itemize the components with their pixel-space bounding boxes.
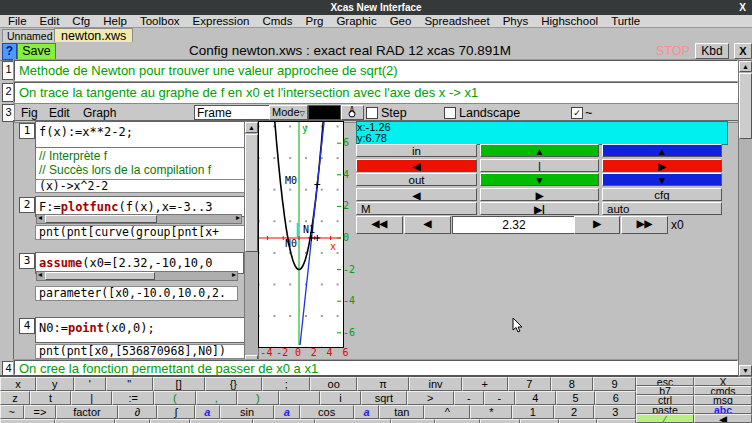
entry3-hscrollbar[interactable]: ◂ ▸ (36, 271, 238, 281)
menu-prg[interactable]: Prg (305, 15, 323, 27)
key-oo[interactable]: oo (310, 377, 357, 391)
key-.[interactable]: . (559, 419, 597, 423)
stop-button[interactable]: STOP (655, 43, 691, 59)
mode-m-button[interactable]: M (356, 202, 477, 215)
entry1-number[interactable]: 1 (19, 123, 35, 139)
key-cos[interactable]: cos (300, 405, 354, 419)
key-3[interactable]: 3 (594, 405, 636, 419)
key-{}[interactable]: {} (205, 377, 262, 391)
key-/[interactable]: / (480, 419, 520, 423)
param-fast-back-button[interactable]: ◀◀ (356, 216, 403, 234)
key-i[interactable]: i (320, 391, 361, 405)
tab-newton-xws[interactable]: newton.xws (54, 28, 133, 43)
pan-up-button[interactable]: ▲ (480, 144, 599, 157)
key-a[interactable]: a (274, 405, 299, 419)
main-scrollbar[interactable]: ▲ ▼ (738, 60, 752, 377)
center-button[interactable]: | (480, 159, 599, 172)
pan-left-button[interactable]: ◀ (356, 188, 477, 201)
entry2-number[interactable]: 2 (19, 197, 35, 213)
pointer-mode-icon[interactable]: A (341, 105, 364, 120)
key-'[interactable]: ' (74, 377, 106, 391)
param-back-button[interactable]: ◀ (404, 216, 451, 234)
key-Σ[interactable]: Σ (150, 419, 190, 423)
scroll-right-icon[interactable]: ▸ (232, 270, 236, 280)
key-8[interactable]: 8 (551, 377, 593, 391)
step-end-button[interactable]: ▶| (480, 202, 599, 215)
key-inv[interactable]: inv (409, 377, 462, 391)
key-sqrt[interactable]: sqrt (361, 391, 407, 405)
key-a[interactable]: a (195, 405, 220, 419)
key-"[interactable]: " (106, 377, 153, 391)
key-a[interactable]: a (354, 405, 379, 419)
auto-button[interactable]: auto (602, 202, 722, 215)
key-cmds[interactable]: cmds (694, 386, 752, 395)
entry4-number[interactable]: 4 (19, 318, 35, 334)
approx-checkbox[interactable]: ✓ (571, 107, 583, 119)
key-4[interactable]: 4 (515, 391, 556, 405)
scroll-up-icon[interactable]: ▲ (245, 122, 258, 133)
back-icon[interactable]: ◀ (694, 414, 752, 423)
line4-input[interactable]: On cree la fonction permettant de passer… (14, 360, 738, 375)
step-checkbox[interactable] (366, 107, 378, 119)
menu-spreadsheet[interactable]: Spreadsheet (424, 15, 489, 27)
key-tan[interactable]: tan (379, 405, 424, 419)
menu-geo[interactable]: Geo (390, 15, 412, 27)
menu-highschool[interactable]: Highschool (541, 15, 598, 27)
pan-down-button[interactable]: ▼ (480, 173, 599, 186)
zoom-in-button[interactable]: in (356, 144, 477, 157)
param-forward-button[interactable]: ▶ (574, 216, 620, 234)
config-status-button[interactable]: Config newton.xws : exact real RAD 12 xc… (0, 43, 700, 59)
rotate-up-button[interactable]: ▲ (602, 144, 722, 157)
key-z[interactable]: z (0, 391, 30, 405)
graph-canvas[interactable]: yxM0N1N0 (258, 121, 344, 348)
key--[interactable]: - (454, 391, 484, 405)
key-9[interactable]: 9 (593, 377, 636, 391)
entry2-hscroll-thumb[interactable] (45, 215, 157, 223)
key-,[interactable]: , (196, 391, 238, 405)
frame-input[interactable] (194, 105, 270, 120)
key-7[interactable]: 7 (508, 377, 551, 391)
key-;[interactable]: ; (262, 377, 310, 391)
key-msg[interactable]: msg (694, 395, 752, 404)
zoom-out-button[interactable]: out (356, 173, 477, 186)
key-ln[interactable]: ln (190, 419, 253, 423)
pan-left-fast-button[interactable]: ◀ (356, 159, 477, 172)
key-5[interactable]: 5 (556, 391, 596, 405)
scroll-right-icon[interactable]: ▸ (236, 213, 240, 223)
key-blank[interactable] (279, 391, 321, 405)
key-X[interactable]: X (694, 377, 752, 386)
key-abc[interactable]: abc (694, 405, 752, 414)
rotate-down-button[interactable]: ▼ (602, 173, 722, 186)
kbd-switch-icon[interactable]: ∕ (636, 414, 694, 423)
code-panel-scrollbar[interactable]: ▲ ▼ (244, 121, 259, 367)
key-([interactable]: ( (154, 391, 196, 405)
key-1[interactable]: 1 (512, 405, 554, 419)
graph-menu[interactable]: Graph (83, 106, 116, 120)
landscape-checkbox[interactable] (444, 107, 456, 119)
scroll-down-icon[interactable]: ▼ (739, 365, 752, 376)
tab-unnamed[interactable]: Unnamed (2, 29, 58, 43)
scroll-left-icon[interactable]: ◂ (38, 213, 42, 223)
menu-toolbox[interactable]: Toolbox (140, 15, 180, 27)
key->[interactable]: > (407, 391, 454, 405)
menu-edit[interactable]: Edit (40, 15, 60, 27)
key-exp[interactable]: exp (253, 419, 316, 423)
fig-menu[interactable]: Fig (21, 106, 38, 120)
menu-cmds[interactable]: Cmds (262, 15, 292, 27)
key-[][interactable]: [] (153, 377, 205, 391)
key-%[interactable]: % (435, 419, 480, 423)
menu-cfg[interactable]: Cfg (72, 15, 90, 27)
entry3-hscroll-thumb[interactable] (45, 272, 155, 280)
key-^[interactable]: ^ (424, 405, 470, 419)
key-prg▽[interactable]: prg ▽ (55, 419, 115, 423)
mode-button[interactable]: Mode▽ (269, 105, 308, 120)
line2-input[interactable]: On trace la tangente au graphe de f en x… (14, 82, 738, 103)
key-E[interactable]: E (597, 419, 636, 423)
line1-input[interactable]: Methode de Newton pour trouver une valeu… (14, 60, 738, 81)
key-∫[interactable]: ∫ (157, 405, 194, 419)
key-+[interactable]: + (462, 377, 508, 391)
kbd-toggle-button[interactable]: Kbd (695, 43, 729, 59)
menu-phys[interactable]: Phys (503, 15, 529, 27)
scroll-left-icon[interactable]: ◂ (38, 270, 42, 280)
key-log10[interactable]: log10 (315, 419, 391, 423)
